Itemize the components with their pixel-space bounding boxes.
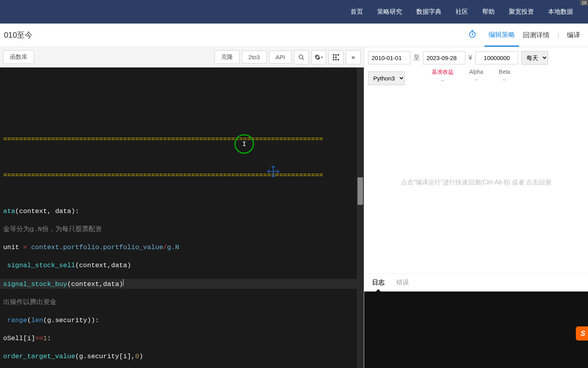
svg-rect-3 [335,54,337,56]
backtest-pane: 至 ¥ 每天 Python3 基准收益 -- Alpha -- Beta -- [364,47,588,368]
collapse-icon[interactable]: » [346,50,361,64]
python-version-select[interactable]: Python3 [368,71,405,85]
nav-datadict[interactable]: 数据字典 [409,0,448,24]
nav-help[interactable]: 帮助 [475,0,502,24]
gear-icon[interactable]: ▾ [311,50,326,64]
svg-rect-5 [333,56,334,58]
tab-bar: 编辑策略 回测详情 | 编译 [468,24,584,47]
nav-home[interactable]: 首页 [343,0,370,24]
editor-toolbar: 函数库 克隆 2to3 API ▾ » [0,47,364,67]
chart-placeholder: 点击"编译运行"进行快速回测(Ctrl-Alt-B) 或者 点击回测 [364,91,588,273]
notification-badge[interactable]: 19 [580,0,588,5]
nav-localdata[interactable]: 本地数据 [541,0,580,24]
clone-button[interactable]: 克隆 [214,50,240,64]
metric-benchmark: 基准收益 -- [432,69,454,84]
nav-strategy[interactable]: 策略研究 [370,0,409,24]
qr-icon[interactable] [328,50,343,64]
page-title: 010至今 [4,30,33,40]
date-start-input[interactable] [368,51,410,64]
code-editor[interactable]: ========================================… [0,67,364,368]
nav-invest[interactable]: 聚宽投资 [502,0,541,24]
func-lib-button[interactable]: 函数库 [3,50,34,64]
svg-rect-9 [338,59,339,60]
top-nav: 首页 策略研究 数据字典 社区 帮助 聚宽投资 本地数据 19 [0,0,588,24]
log-tabs: 日志 错误 [364,273,588,291]
editor-pane: 函数库 克隆 2to3 API ▾ » ================== [0,47,364,368]
metrics-row: 基准收益 -- Alpha -- Beta -- [408,69,510,87]
stopwatch-icon[interactable] [468,30,477,41]
frequency-select[interactable]: 每天 [521,51,548,65]
capital-input[interactable] [475,51,518,64]
param-row: 至 ¥ 每天 [364,47,588,69]
search-icon[interactable] [294,50,309,64]
main-area: 函数库 克隆 2to3 API ▾ » ================== [0,47,588,368]
scrollbar-thumb[interactable] [358,177,363,205]
api-button[interactable]: API [269,51,292,64]
metric-beta: Beta -- [499,69,510,84]
cursor-highlight-icon: I [234,134,254,154]
tab-edit-strategy[interactable]: 编辑策略 [485,24,519,47]
move-icon [267,165,280,180]
svg-rect-7 [333,59,334,60]
tab-compile[interactable]: 编译 [563,24,584,46]
svg-point-1 [299,55,303,58]
svg-rect-8 [335,59,337,60]
metric-alpha: Alpha -- [469,69,483,84]
svg-rect-4 [338,54,339,56]
date-end-input[interactable] [423,51,465,64]
2to3-button[interactable]: 2to3 [242,51,267,64]
nav-community[interactable]: 社区 [448,0,475,24]
sogou-ime-icon[interactable]: S [576,326,588,341]
scrollbar[interactable] [357,67,364,368]
tab-separator: | [557,32,559,39]
tab-backtest-detail[interactable]: 回测详情 [519,24,554,46]
log-tab-error[interactable]: 错误 [396,279,409,287]
currency-icon: ¥ [468,54,472,62]
svg-rect-6 [335,56,337,58]
sub-header: 010至今 编辑策略 回测详情 | 编译 [0,24,588,47]
date-to-label: 至 [414,54,420,62]
log-panel[interactable] [364,291,588,368]
log-tab-log[interactable]: 日志 [372,279,385,287]
svg-rect-2 [333,54,334,56]
